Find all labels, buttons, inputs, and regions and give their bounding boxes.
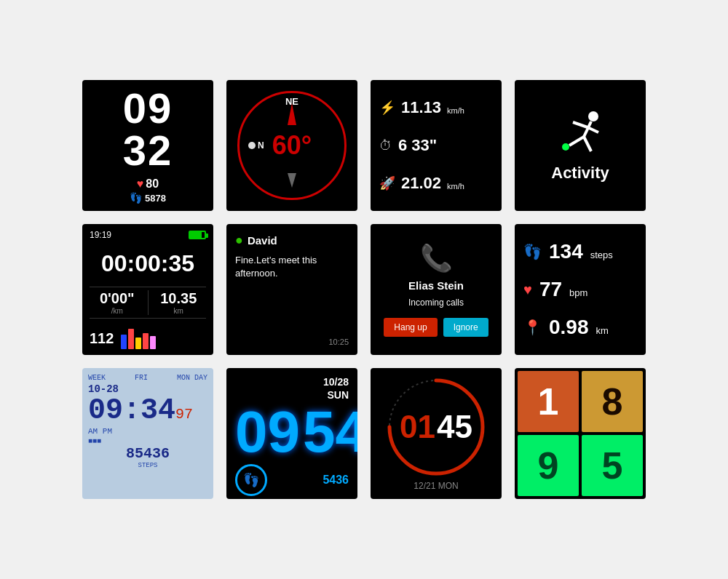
steps-number: 5436 <box>323 474 349 487</box>
lcd-time: 09:34 <box>88 395 175 427</box>
message-header: ● David <box>235 233 349 248</box>
lcd-date: 10-28 <box>88 383 119 395</box>
bar-2 <box>128 329 134 349</box>
stopwatch-top-bar: 19:19 <box>90 230 206 240</box>
north-letter: N <box>258 140 264 151</box>
week-label: WEEK <box>88 374 106 382</box>
compass-arrow-up <box>288 103 296 125</box>
block-top-right: 8 <box>582 371 643 432</box>
pace-value: 6 33" <box>398 136 437 155</box>
watch-health-stats: 👣 134 steps ♥ 77 bpm 📍 0.98 km <box>515 224 646 355</box>
lcd-top-bar: WEEK FRI MON DAY <box>88 374 207 382</box>
watch-lcd: WEEK FRI MON DAY 10-28 09:34 97 AM PM ■■… <box>82 368 213 499</box>
bar-4 <box>143 333 149 349</box>
lcd-ampm: AM PM <box>88 427 207 436</box>
compass-north-label: N <box>248 140 264 151</box>
lcd-steps-label: STEPS <box>88 462 207 469</box>
activity-label: Activity <box>551 164 609 183</box>
steps-icon: 👣 <box>130 192 142 204</box>
pace-row: ⏱ 6 33" <box>379 136 493 155</box>
current-time: 19:19 <box>90 230 111 240</box>
watch-speed: ⚡ 11.13 km/h ⏱ 6 33" 🚀 21.02 km/h <box>371 80 502 211</box>
watch-compass: NE N 60° <box>226 80 357 211</box>
heart-rate-label: bpm <box>569 287 587 298</box>
svg-point-6 <box>562 143 569 151</box>
split-pace: 0'00" <box>90 290 145 307</box>
running-figure-icon <box>551 109 609 156</box>
watch-big-digital: 10/28 SUN 09 54 👣 5436 <box>226 368 357 499</box>
steps-count: 134 <box>549 240 583 263</box>
steps-value: 5878 <box>145 193 166 204</box>
bar-5 <box>150 336 156 349</box>
message-sender: David <box>248 234 277 247</box>
clock-hour: 09 <box>123 87 173 129</box>
svg-point-0 <box>588 111 598 121</box>
ignore-button[interactable]: Ignore <box>443 318 488 337</box>
svg-line-5 <box>584 137 591 151</box>
battery-icon <box>189 231 206 239</box>
compass-ring: NE N 60° <box>237 91 347 200</box>
bar-1 <box>121 335 127 349</box>
message-time: 10:25 <box>235 338 349 346</box>
date-value: 10/28 <box>323 376 349 388</box>
call-status: Incoming calls <box>408 298 464 308</box>
watch-block-clock: 1 8 9 5 <box>515 368 646 499</box>
wechat-icon: ● <box>235 233 243 248</box>
date-display: 10/28 SUN <box>323 375 349 402</box>
split-row: 0'00" /km 10.35 km <box>90 287 206 319</box>
rocket-icon: 🚀 <box>379 175 395 191</box>
steps-circle-icon: 👣 <box>235 464 267 496</box>
elapsed-time: 00:00:35 <box>90 250 206 277</box>
arc-date: 12/21 MON <box>414 481 458 491</box>
distance-label: km <box>596 325 609 336</box>
block-hour-tens: 1 <box>538 380 559 423</box>
max-speed-unit: km/h <box>447 182 464 191</box>
block-min-tens: 9 <box>538 444 559 487</box>
big-hour: 09 <box>235 403 300 461</box>
distance-unit: km <box>151 307 207 315</box>
block-top-left: 1 <box>518 371 579 432</box>
hangup-button[interactable]: Hang up <box>384 318 437 337</box>
cadence-value: 112 <box>90 330 114 347</box>
watch-digital-clock: 09 32 ♥ 80 👣 5878 <box>82 80 213 211</box>
watch-arc: 01 45 12/21 MON <box>371 368 502 499</box>
heart-stat-row: ♥ 77 bpm <box>523 278 637 301</box>
svg-line-4 <box>569 137 584 145</box>
big-minute: 54 <box>303 403 357 461</box>
compass-arrow-down <box>288 173 296 188</box>
watch-incoming-call: 📞 Elias Stein Incoming calls Hang up Ign… <box>371 224 502 355</box>
arc-hour: 01 <box>400 409 435 445</box>
bar-3 <box>135 338 141 349</box>
date-row: 10/28 SUN <box>235 375 349 402</box>
clock-minute: 32 <box>123 129 173 172</box>
location-icon: 📍 <box>523 319 542 336</box>
cadence-row: 112 <box>90 329 206 349</box>
speed-icon: ⚡ <box>379 100 395 116</box>
call-button-row: Hang up Ignore <box>384 318 488 337</box>
block-bottom-right: 5 <box>582 435 643 496</box>
distance-stat-row: 📍 0.98 km <box>523 316 637 339</box>
watch-grid: 09 32 ♥ 80 👣 5878 NE N 60° ⚡ <box>60 58 668 521</box>
block-bottom-left: 9 <box>518 435 579 496</box>
big-time-display: 09 54 <box>235 403 349 461</box>
max-speed-row: 🚀 21.02 km/h <box>379 174 493 193</box>
watch-activity: Activity <box>515 80 646 211</box>
day-name: FRI <box>135 374 148 382</box>
arc-time-center: 01 45 <box>400 409 472 445</box>
compass-degrees: 60° <box>272 130 312 161</box>
heart-rate-icon: ♥ <box>523 281 532 298</box>
heart-rate-count: 77 <box>539 278 562 301</box>
caller-name: Elias Stein <box>408 279 464 292</box>
steps-display-row: 👣 5436 <box>235 464 349 496</box>
distance-value: 0.98 <box>549 316 589 339</box>
battery-fill <box>190 232 202 238</box>
steps-label: steps <box>590 249 613 260</box>
compass-dot <box>248 142 256 149</box>
max-speed-value: 21.02 <box>401 174 441 193</box>
lcd-seconds: 97 <box>175 406 193 423</box>
split-distance: 10.35 <box>151 290 207 307</box>
pace-unit: /km <box>90 307 145 315</box>
split-divider <box>148 290 149 315</box>
block-min-ones: 5 <box>602 444 623 487</box>
lcd-steps: 85436 <box>88 445 207 462</box>
